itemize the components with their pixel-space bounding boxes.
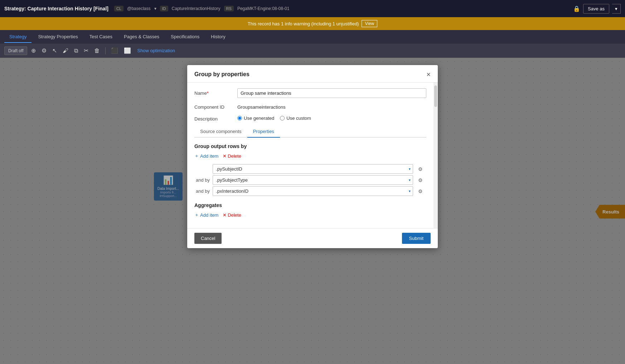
row3-input[interactable] — [213, 187, 407, 196]
modal-header: Group by properties × — [187, 65, 438, 83]
row1-chevron-icon[interactable]: ▾ — [407, 166, 413, 172]
name-row: Name* — [194, 88, 426, 98]
row2-input-cell: ▾ — [211, 174, 415, 186]
separator — [105, 47, 106, 54]
engine-label: PegaMKT-Engine:08-08-01 — [237, 6, 289, 11]
modal-footer: Cancel Submit — [187, 228, 438, 248]
modal-title: Group by properties — [194, 71, 249, 78]
tab-source-components[interactable]: Source components — [194, 126, 247, 138]
tab-test-cases[interactable]: Test Cases — [84, 31, 117, 43]
modal-close-button[interactable]: × — [426, 71, 431, 78]
cl-badge: CL — [114, 6, 123, 11]
x-icon: ✕ — [223, 153, 227, 159]
top-bar-left: Strategy: Capture Interaction History [F… — [4, 6, 289, 11]
row2-input[interactable] — [213, 176, 407, 185]
modal-dialog: Group by properties × Name* Component I — [187, 65, 438, 248]
row3-label: and by — [194, 186, 211, 197]
component-id-label: Component ID — [194, 102, 237, 110]
row2-gear-cell: ⚙ — [415, 174, 426, 186]
use-generated-label[interactable]: Use generated — [237, 115, 274, 121]
aggregates-title: Aggregates — [194, 202, 426, 208]
description-label: Description — [194, 114, 237, 122]
row3-gear-icon[interactable]: ⚙ — [416, 187, 425, 196]
select-icon[interactable]: ↖ — [50, 46, 59, 55]
row1-gear-icon[interactable]: ⚙ — [416, 165, 425, 173]
name-label: Name* — [194, 88, 237, 96]
scrollbar-thumb[interactable] — [434, 85, 437, 107]
modal-body-wrapper: Name* Component ID Groupsameinteractions… — [187, 83, 438, 228]
row1-label — [194, 163, 211, 174]
show-optimization-link[interactable]: Show optimization — [137, 48, 175, 53]
row1-input-cell: ▾ — [211, 163, 415, 174]
row3-gear-cell: ⚙ — [415, 186, 426, 197]
description-row: Description Use generated Use custom — [194, 114, 426, 122]
paint-icon[interactable]: 🖌 — [61, 46, 70, 55]
modal-overlay: Group by properties × Name* Component I — [0, 58, 625, 364]
group-action-row: ＋ Add item ✕ Delete — [194, 153, 426, 159]
table-row: and by ▾ ⚙ — [194, 186, 426, 197]
row2-input-wrapper: ▾ — [213, 175, 413, 185]
aggregates-add-item-link[interactable]: ＋ Add item — [194, 212, 218, 218]
plus-icon: ＋ — [194, 153, 199, 159]
warning-message: This record has 1 info warning (includin… — [248, 21, 359, 26]
meta-info: CL @baseclass ▾ ID CaptureInteractionHis… — [114, 6, 289, 11]
tab-strategy[interactable]: Strategy — [4, 31, 32, 43]
tab-strategy-properties[interactable]: Strategy Properties — [33, 31, 83, 43]
draft-toggle[interactable]: Draft off — [4, 46, 27, 55]
add-icon[interactable]: ⊕ — [29, 46, 38, 55]
tab-specifications[interactable]: Specifications — [166, 31, 204, 43]
row2-label: and by — [194, 174, 211, 186]
canvas: 📊 Data Import... Imports fr... IHSupport… — [0, 58, 625, 364]
view-button[interactable]: View — [362, 20, 377, 27]
agg-plus-icon: ＋ — [194, 212, 199, 218]
row3-chevron-icon[interactable]: ▾ — [407, 188, 413, 195]
table-row: ▾ ⚙ — [194, 163, 426, 174]
row3-input-wrapper: ▾ — [213, 186, 413, 196]
modal-scrollbar[interactable] — [433, 83, 438, 228]
align-left-icon[interactable]: ⬛ — [109, 46, 120, 55]
settings-icon[interactable]: ⚙ — [40, 46, 48, 55]
component-id-value: Groupsameinteractions — [237, 102, 426, 110]
align-right-icon[interactable]: ⬜ — [122, 46, 133, 55]
table-row: and by ▾ ⚙ — [194, 174, 426, 186]
description-radio-group: Use generated Use custom — [237, 114, 311, 121]
use-custom-radio[interactable] — [280, 116, 285, 120]
warning-bar: This record has 1 info warning (includin… — [0, 17, 625, 30]
group-add-item-link[interactable]: ＋ Add item — [194, 153, 218, 159]
baseclass-label: @baseclass — [127, 6, 151, 11]
aggregates-action-row: ＋ Add item ✕ Delete — [194, 212, 426, 218]
name-input[interactable] — [237, 88, 426, 98]
submit-button[interactable]: Submit — [402, 233, 431, 244]
row1-input-wrapper: ▾ — [213, 164, 413, 174]
id-badge: ID — [160, 6, 168, 11]
row1-gear-cell: ⚙ — [415, 163, 426, 174]
copy-icon[interactable]: ⧉ — [72, 46, 80, 55]
save-as-button[interactable]: Save as — [583, 4, 609, 14]
row2-gear-icon[interactable]: ⚙ — [416, 176, 425, 185]
component-id-row: Component ID Groupsameinteractions — [194, 102, 426, 110]
property-table: ▾ ⚙ and by ▾ — [194, 163, 426, 197]
modal-tabs: Source components Properties — [194, 126, 426, 138]
top-bar-right: 🔒 Save as ▾ — [573, 4, 621, 14]
lock-icon: 🔒 — [573, 5, 580, 12]
tab-pages-classes[interactable]: Pages & Classes — [119, 31, 164, 43]
group-delete-link[interactable]: ✕ Delete — [223, 153, 241, 159]
save-as-dropdown-button[interactable]: ▾ — [612, 4, 621, 14]
agg-x-icon: ✕ — [223, 212, 227, 218]
aggregates-delete-link[interactable]: ✕ Delete — [223, 212, 241, 218]
aggregates-section: Aggregates ＋ Add item ✕ Delete — [194, 202, 426, 218]
delete-icon[interactable]: 🗑 — [92, 46, 102, 55]
page-title: Strategy: Capture Interaction History [F… — [4, 6, 108, 11]
modal-body: Name* Component ID Groupsameinteractions… — [187, 83, 433, 228]
tab-properties[interactable]: Properties — [247, 126, 280, 138]
row2-chevron-icon[interactable]: ▾ — [407, 177, 413, 183]
cancel-button[interactable]: Cancel — [194, 233, 222, 244]
top-bar: Strategy: Capture Interaction History [F… — [0, 0, 625, 17]
toolbar: Draft off ⊕ ⚙ ↖ 🖌 ⧉ ✂ 🗑 ⬛ ⬜ Show optimiz… — [0, 44, 625, 58]
rs-badge: RS — [224, 6, 234, 11]
use-custom-label[interactable]: Use custom — [280, 115, 311, 121]
row1-input[interactable] — [213, 164, 407, 173]
tab-history[interactable]: History — [206, 31, 230, 43]
cut-icon[interactable]: ✂ — [82, 46, 90, 55]
use-generated-radio[interactable] — [237, 116, 242, 120]
